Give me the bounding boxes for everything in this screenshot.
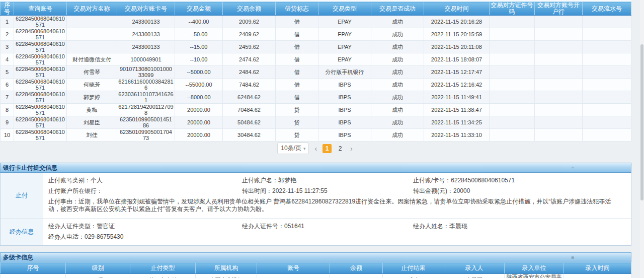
table-cell: 何雪琴 bbox=[67, 66, 117, 79]
table-cell: 6228450068040610571 bbox=[14, 53, 67, 66]
table-row: 16228450068040610571243300133--400.00200… bbox=[1, 16, 631, 28]
header-row: 序号查询账号交易对方名称交易对方账卡号交易金额交易余额借贷标志交易类型交易是否成… bbox=[1, 2, 631, 16]
table-cell bbox=[583, 91, 631, 104]
table-row: 56228450068040610571何雪琴90107130801001000… bbox=[1, 66, 631, 79]
table-row: 46228450068040610571财付通微信支付1000049901--1… bbox=[1, 53, 631, 66]
table-cell: 3 bbox=[1, 41, 14, 53]
column-header: 交易余额 bbox=[223, 2, 276, 16]
table-cell: --15.00 bbox=[175, 41, 223, 53]
pagination: 10条/页 ▾ ‹ 1 2 › bbox=[0, 142, 631, 154]
table-cell: 7484.62 bbox=[223, 79, 276, 91]
table-cell: 借 bbox=[276, 28, 318, 41]
table-cell: 5 bbox=[1, 66, 14, 79]
page-button-1[interactable]: 1 bbox=[323, 144, 332, 153]
handler-cert-type: 经办人证件类型：警官证 bbox=[48, 222, 242, 231]
header-row: 序号级别止付类型所属机构账号余额止付结果录入人录入单位录入时间 bbox=[1, 263, 631, 274]
table-cell bbox=[535, 116, 583, 129]
table-cell: 刘佳 bbox=[67, 129, 117, 142]
table-cell: 成功 bbox=[371, 91, 424, 104]
column-header: 交易对方账卡号 bbox=[117, 2, 175, 16]
page-size-label: 10条/页 bbox=[281, 144, 301, 153]
column-header: 交易时间 bbox=[424, 2, 490, 16]
column-header: 交易流水号 bbox=[583, 2, 631, 16]
table-cell: 1 bbox=[1, 274, 66, 278]
table-cell: 6228450068040610571 bbox=[14, 28, 67, 41]
table-row: 76228450068040610571郭梦婷62303611010734162… bbox=[1, 91, 631, 104]
table-cell: 6228450068040610571 bbox=[14, 129, 67, 142]
table-cell: 20000.00 bbox=[175, 116, 223, 129]
table-cell: 陕西省西安市公安局高新分局刑警大队 bbox=[505, 274, 564, 278]
table-cell: IBPS bbox=[318, 104, 371, 116]
field-row: 止付账号类别：个人 止付账户名：郭梦艳 止付账/卡号：6228450068040… bbox=[48, 175, 631, 186]
column-header: 录入单位 bbox=[505, 263, 564, 274]
stop-payment-section-body: 止付 止付账号类别：个人 止付账户名：郭梦艳 止付账/卡号：6228450068… bbox=[0, 173, 631, 246]
table-cell: 9010713080100100033099 bbox=[117, 66, 175, 79]
stop-card-number: 止付账/卡号：6228450068040610571 bbox=[413, 176, 631, 185]
table-cell: 6228450068040610571 bbox=[14, 79, 67, 91]
table-cell bbox=[535, 41, 583, 53]
page-content: 序号查询账号交易对方名称交易对方账卡号交易金额交易余额借贷标志交易类型交易是否成… bbox=[0, 0, 631, 278]
multi-card-table: 序号级别止付类型所属机构账号余额止付结果录入人录入单位录入时间1一级第三方止付中… bbox=[0, 262, 631, 278]
table-cell bbox=[490, 53, 535, 66]
table-cell: 李晨琨 bbox=[444, 274, 505, 278]
next-page-button[interactable]: › bbox=[349, 145, 354, 152]
stop-account-type: 止付账号类别：个人 bbox=[48, 176, 242, 185]
column-header: 序号 bbox=[1, 263, 66, 274]
column-header: 交易金额 bbox=[175, 2, 223, 16]
scrollbar[interactable] bbox=[640, 0, 644, 278]
prev-page-button[interactable]: ‹ bbox=[313, 145, 318, 152]
table-cell bbox=[535, 91, 583, 104]
spacer bbox=[0, 154, 631, 163]
table-cell: 6216611600003842816 bbox=[117, 79, 175, 91]
column-header: 交易对方账号开户行 bbox=[535, 2, 583, 16]
table-cell bbox=[583, 66, 631, 79]
page-button-2[interactable]: 2 bbox=[336, 144, 345, 153]
table-cell bbox=[490, 104, 535, 116]
table-cell: 9 bbox=[1, 116, 14, 129]
table-cell: 2 bbox=[1, 28, 14, 41]
scrollbar-thumb[interactable] bbox=[640, 44, 643, 200]
table-cell: 4 bbox=[1, 53, 14, 66]
collapse-icon[interactable]: ≡ bbox=[570, 255, 576, 260]
table-cell: --55000.00 bbox=[175, 79, 223, 91]
table-cell: 黄梅 bbox=[67, 104, 117, 116]
table-cell: 7 bbox=[1, 91, 14, 104]
table-cell: 中国农业银行 bbox=[196, 274, 257, 278]
table-cell: 6217281942001127098 bbox=[117, 104, 175, 116]
column-header: 所属机构 bbox=[196, 263, 257, 274]
table-row: 106228450068040610571刘佳62350109905001704… bbox=[1, 129, 631, 142]
table-cell: 2022-11-15 20:16:28 bbox=[424, 16, 490, 28]
table-cell: 2022-11-15 11:38:47 bbox=[424, 104, 490, 116]
table-cell bbox=[67, 41, 117, 53]
table-cell: 70484.62 bbox=[223, 104, 276, 116]
table-cell bbox=[535, 53, 583, 66]
multi-card-section-header: 多级卡信息 ≡ bbox=[0, 252, 631, 262]
table-cell: 成功 bbox=[371, 28, 424, 41]
table-cell: 财付通微信支付 bbox=[67, 53, 117, 66]
table-cell: 6228450068040610571 bbox=[14, 116, 67, 129]
handler-group-label: 经办信息 bbox=[1, 219, 43, 245]
field-row: 经办人证件类型：警官证 经办人证件号：051641 经办人姓名：李晨琨 bbox=[48, 221, 631, 232]
table-cell: 借 bbox=[276, 16, 318, 28]
collapse-icon[interactable]: ≡ bbox=[570, 165, 576, 171]
table-cell bbox=[535, 129, 583, 142]
field-row: 止付账户所在银行： 转出时间：2022-11-15 11:27:55 转出金额(… bbox=[48, 186, 631, 196]
table-cell: 一级 bbox=[66, 274, 130, 278]
transactions-table: 序号查询账号交易对方名称交易对方账卡号交易金额交易余额借贷标志交易类型交易是否成… bbox=[0, 2, 631, 142]
table-cell: 6228450068040610571 bbox=[14, 104, 67, 116]
handler-cert-number: 经办人证件号：051641 bbox=[242, 222, 413, 231]
table-row: 26228450068040610571243300133--50.002409… bbox=[1, 28, 631, 41]
table-cell bbox=[583, 116, 631, 129]
table-cell: 2459.62 bbox=[223, 41, 276, 53]
page-size-select[interactable]: 10条/页 ▾ bbox=[277, 143, 309, 154]
table-cell: 2022-11-15 12:16:42 bbox=[424, 79, 490, 91]
table-cell: 2022-11-15 18:08:07 bbox=[424, 53, 490, 66]
column-header: 录入人 bbox=[444, 263, 505, 274]
table-cell: 成功 bbox=[371, 66, 424, 79]
table-cell: IBPS bbox=[318, 129, 371, 142]
table-cell: 6228412860827322819 bbox=[257, 274, 330, 278]
table-cell: 1000049901 bbox=[117, 53, 175, 66]
table-cell bbox=[490, 28, 535, 41]
table-cell: 2022-11-15 11:33:10 bbox=[424, 129, 490, 142]
table-cell: 243300133 bbox=[117, 16, 175, 28]
